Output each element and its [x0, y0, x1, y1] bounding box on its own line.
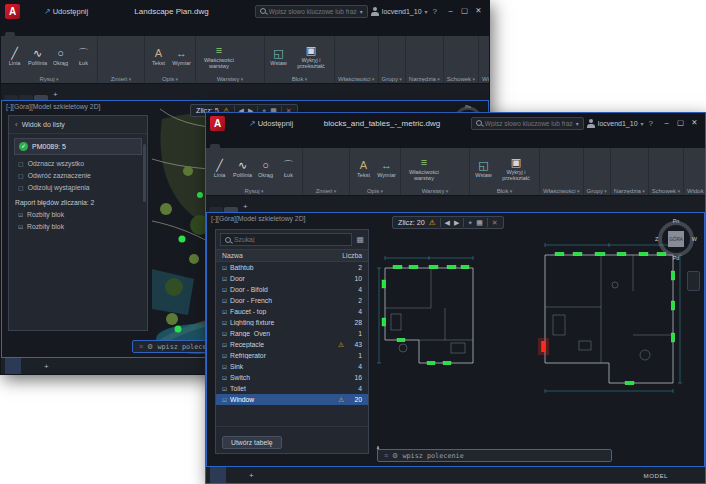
error-report-item[interactable]: ⊡Rozbity blok: [9, 208, 147, 220]
erase-icon[interactable]: [336, 158, 346, 168]
count-row[interactable]: ⊡ Switch ⚠ 16: [216, 372, 368, 383]
array-icon[interactable]: [336, 168, 346, 178]
layer-color-icon[interactable]: [251, 56, 261, 66]
viewport-controls[interactable]: [-][Góra][Model szkieletowy 2D]: [211, 215, 305, 222]
table-header[interactable]: Nazwa Liczba: [216, 249, 368, 262]
grip-icon[interactable]: ≡: [384, 452, 388, 459]
viewcube-top-face[interactable]: GÓRA: [668, 231, 684, 247]
titlebar[interactable]: A ↗Udostępnij blocks_and_tables_-_metric…: [206, 113, 705, 133]
panel-label-properties[interactable]: Właściwości: [335, 76, 378, 83]
copy-clip-icon[interactable]: [461, 51, 471, 61]
paste-icon[interactable]: [451, 51, 461, 61]
count-prev-button[interactable]: ◀: [445, 219, 450, 227]
palette-option[interactable]: ▢Odznacz wszystko: [9, 157, 147, 169]
grip-icon[interactable]: ≡: [139, 343, 143, 350]
panel-label-view[interactable]: Widok: [684, 188, 705, 195]
panel-label-clipboard[interactable]: Schowek: [444, 76, 478, 83]
count-row[interactable]: ⊡ Range_Oven ⚠ 1: [216, 328, 368, 339]
linetype-icon[interactable]: [346, 56, 356, 66]
palette-option[interactable]: ▢Odizoluj wystąpienia: [9, 181, 147, 193]
copy-icon[interactable]: [101, 56, 111, 66]
ungroup-icon[interactable]: [392, 51, 402, 61]
mirror-icon[interactable]: [316, 168, 326, 178]
layout-tab[interactable]: [227, 467, 243, 483]
new-layout-button[interactable]: +: [40, 362, 53, 371]
count-close-button[interactable]: ✕: [492, 219, 498, 227]
layer-freeze-icon[interactable]: [456, 158, 466, 168]
circle-icon[interactable]: ○Okrąg: [50, 47, 71, 66]
new-layout-button[interactable]: +: [245, 471, 258, 480]
measure-icon[interactable]: [414, 51, 424, 61]
fillet-icon[interactable]: [121, 56, 131, 66]
panel-label-layers[interactable]: Warstwy: [401, 188, 469, 195]
count-row[interactable]: ⊡ Lighting fixture ⚠ 28: [216, 317, 368, 328]
panel-label-annotate[interactable]: Opis: [350, 188, 400, 195]
linetype-icon[interactable]: [551, 168, 561, 178]
panel-label-draw[interactable]: Rysuj: [206, 188, 302, 195]
count-row[interactable]: ⊡ Toilet ⚠ 4: [216, 383, 368, 394]
customize-icon[interactable]: ⚙: [147, 343, 153, 351]
drawing-area[interactable]: [-][Góra][Model szkieletowy 2D] Zlicz: 2…: [206, 212, 705, 467]
text-button[interactable]: ATekst: [353, 159, 374, 178]
panel-label-modify[interactable]: Zmień: [98, 76, 144, 83]
layer-lock-icon[interactable]: [241, 56, 251, 66]
model-space-label[interactable]: MODEL: [643, 472, 668, 479]
match-properties-icon[interactable]: [551, 158, 561, 168]
count-zoom-button[interactable]: ⌖: [468, 219, 472, 227]
panel-label-annotate[interactable]: Opis: [145, 76, 195, 83]
panel-label-modify[interactable]: Zmień: [303, 188, 349, 195]
line-icon[interactable]: ╱Linia: [209, 159, 230, 178]
search-input[interactable]: [485, 120, 573, 127]
trim-icon[interactable]: [121, 46, 131, 56]
panel-label-groups[interactable]: Grupy: [379, 76, 405, 83]
help-search[interactable]: ▾: [255, 5, 368, 18]
panel-label-clipboard[interactable]: Schowek: [649, 188, 683, 195]
move-icon[interactable]: [306, 158, 316, 168]
convert-button[interactable]: ▣Wykryj i przekształć: [291, 44, 331, 69]
match-properties-icon[interactable]: [346, 46, 356, 56]
count-warning-icon[interactable]: ⚠: [429, 218, 436, 227]
create-table-button[interactable]: Utwórz tabelę: [222, 436, 282, 449]
layer-freeze-icon[interactable]: [251, 46, 261, 56]
circle-icon[interactable]: ○Okrąg: [255, 159, 276, 178]
arc-icon[interactable]: ⌒Łuk: [278, 159, 299, 178]
viewcube[interactable]: GÓRA Pn Pd Z W: [656, 219, 696, 259]
back-arrow-icon[interactable]: ‹: [15, 120, 18, 129]
close-button[interactable]: ✕: [688, 116, 701, 130]
layer-lock-icon[interactable]: [446, 168, 456, 178]
ucs-tool-icon[interactable]: [687, 163, 697, 173]
viewport-controls[interactable]: [-][Góra][Model szkieletowy 2D]: [6, 103, 100, 110]
view-manager-icon[interactable]: [697, 163, 705, 173]
layer-properties-button[interactable]: ≡Właściwości warstwy: [199, 44, 239, 69]
titlebar[interactable]: A ↗Udostępnij Landscape Plan.dwg ▾ locve…: [1, 1, 489, 21]
convert-button[interactable]: ▣Wykryj i przekształć: [496, 156, 536, 181]
palette-search-input[interactable]: [234, 236, 347, 243]
dimension-button[interactable]: ↔Wymiar: [171, 47, 192, 66]
count-table-button[interactable]: ▦: [476, 219, 483, 227]
account-menu[interactable]: locvend1_10▾: [371, 7, 428, 16]
count-row[interactable]: ⊡ Door ⚠ 10: [216, 273, 368, 284]
new-file-tab-button[interactable]: +: [239, 201, 252, 212]
panel-label-view[interactable]: Widok: [479, 76, 489, 83]
palette-header[interactable]: ‹ Widok do listy: [9, 116, 147, 134]
layer-properties-button[interactable]: ≡Właściwości warstwy: [404, 156, 444, 181]
layer-on-icon[interactable]: [241, 46, 251, 56]
columns-icon[interactable]: ▦: [356, 235, 364, 244]
help-icon[interactable]: ?: [647, 119, 655, 128]
panel-label-properties[interactable]: Właściwości: [540, 188, 583, 195]
dimension-button[interactable]: ↔Wymiar: [376, 159, 397, 178]
color-swatch-icon[interactable]: [561, 158, 571, 168]
quick-select-icon[interactable]: [629, 163, 639, 173]
count-row[interactable]: ⊡ Refrigerator ⚠ 1: [216, 350, 368, 361]
layer-color-icon[interactable]: [456, 168, 466, 178]
insert-block-button[interactable]: ◱Wstaw: [473, 159, 494, 178]
count-row[interactable]: ⊡ Bathtub ⚠ 2: [216, 262, 368, 273]
column-name[interactable]: Nazwa: [222, 252, 342, 259]
count-row[interactable]: ⊡ Door - Bifold ⚠ 4: [216, 284, 368, 295]
customize-icon[interactable]: ⚙: [392, 452, 398, 460]
move-icon[interactable]: [101, 46, 111, 56]
trim-icon[interactable]: [326, 158, 336, 168]
quick-select-icon[interactable]: [424, 51, 434, 61]
copy-icon[interactable]: [306, 168, 316, 178]
count-next-button[interactable]: ▶: [454, 219, 459, 227]
